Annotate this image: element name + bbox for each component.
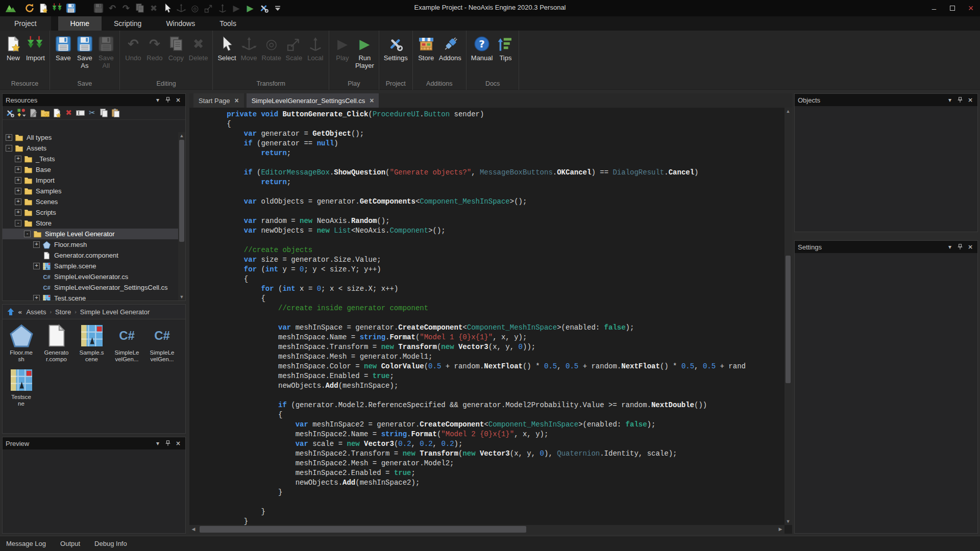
quick-new-resource-icon[interactable] — [37, 2, 50, 14]
expand-icon[interactable]: + — [15, 166, 21, 173]
tree-item[interactable]: +C#SimpleLevelGenerator.cs — [3, 271, 185, 282]
tree-item[interactable]: +Generator.component — [3, 250, 185, 261]
tree-item[interactable]: -Simple Level Generator — [3, 229, 185, 239]
statusbar-item-debug-info[interactable]: Debug Info — [94, 540, 127, 547]
ribbon-button-play[interactable]: ▶Play — [332, 35, 353, 63]
editor-tab[interactable]: Start Page× — [193, 93, 244, 108]
up-arrow-icon[interactable] — [7, 308, 15, 316]
tree-item[interactable]: +Sample.scene — [3, 261, 185, 271]
collapse-icon[interactable]: - — [6, 145, 12, 152]
tab-close-icon[interactable]: × — [370, 96, 374, 105]
expand-icon[interactable]: + — [15, 209, 21, 216]
new-resource-icon[interactable] — [52, 108, 62, 118]
ribbon-button-new[interactable]: New — [3, 35, 23, 63]
expand-icon[interactable]: + — [33, 263, 40, 269]
chevron-down-icon[interactable]: ▾ — [946, 96, 954, 104]
tree-item[interactable]: +Base — [3, 164, 185, 175]
quick-run-player-icon[interactable]: ▶ — [244, 2, 256, 14]
close-icon[interactable]: × — [174, 439, 182, 447]
tree-item[interactable]: +All types — [3, 132, 185, 143]
quick-local-icon[interactable] — [216, 2, 229, 14]
ribbon-button-rotate[interactable]: ◎Rotate — [260, 35, 283, 63]
ribbon-button-save-as[interactable]: Save As — [75, 35, 95, 70]
quick-redo-icon[interactable]: ↷ — [120, 2, 132, 14]
resource-thumbnail[interactable]: C#SimpleLe velGen... — [144, 323, 180, 363]
expand-icon[interactable]: + — [15, 188, 21, 194]
tree-item[interactable]: +Test.scene — [3, 293, 185, 300]
ribbon-button-delete[interactable]: ✖Delete — [187, 35, 210, 63]
pin-icon[interactable] — [164, 439, 172, 447]
scroll-down-icon[interactable]: ▼ — [178, 293, 185, 300]
tab-close-icon[interactable]: × — [234, 96, 238, 105]
close-button[interactable]: × — [962, 0, 980, 16]
cut-icon[interactable]: ✂ — [87, 108, 97, 118]
resource-thumbnail[interactable]: Sample.s cene — [74, 323, 109, 363]
new-folder-icon[interactable] — [40, 108, 50, 118]
delete-red-icon[interactable]: ✖ — [64, 108, 74, 118]
editor-tab[interactable]: SimpleLevelGenerator_SettingsCell.cs× — [247, 93, 379, 108]
code-horizontal-scrollbar[interactable]: ◀ ▶ — [189, 525, 785, 534]
tree-item[interactable]: +C#SimpleLevelGenerator_SettingsCell.cs — [3, 282, 185, 293]
ribbon-button-scale[interactable]: Scale — [284, 35, 304, 63]
quick-rotate-icon[interactable]: ◎ — [189, 2, 201, 14]
ribbon-button-store[interactable]: Store — [416, 35, 436, 63]
tree-scrollbar[interactable]: ▲▼ — [178, 132, 185, 300]
quick-scale-icon[interactable] — [203, 2, 215, 14]
menu-tab-home[interactable]: Home — [58, 16, 102, 31]
close-icon[interactable]: × — [966, 96, 974, 104]
menu-tab-project[interactable]: Project — [0, 16, 51, 31]
quick-refresh-icon[interactable] — [23, 2, 36, 14]
scrollbar-thumb[interactable] — [786, 256, 791, 383]
tree-item[interactable]: +_Tests — [3, 154, 185, 164]
expand-icon[interactable]: + — [15, 177, 21, 184]
menu-tab-tools[interactable]: Tools — [207, 16, 249, 31]
expand-icon[interactable]: + — [33, 241, 40, 248]
scrollbar-thumb[interactable] — [179, 140, 184, 242]
tree-item[interactable]: +Scenes — [3, 196, 185, 207]
ribbon-button-copy[interactable]: Copy — [166, 35, 186, 63]
breadcrumb-item[interactable]: Store — [55, 308, 71, 316]
quick-copy-icon[interactable] — [134, 2, 146, 14]
expand-icon[interactable]: + — [33, 295, 40, 300]
filter-types-icon[interactable] — [17, 108, 27, 118]
minimize-button[interactable]: – — [925, 0, 943, 16]
copy-pages-icon[interactable] — [99, 108, 109, 118]
quick-save-icon[interactable] — [65, 2, 77, 14]
ribbon-button-tips[interactable]: Tips — [495, 35, 516, 63]
chevron-down-icon[interactable]: ▾ — [154, 439, 162, 447]
ribbon-button-redo[interactable]: ↷Redo — [144, 35, 165, 63]
paste-icon[interactable] — [111, 108, 120, 118]
menu-tab-scripting[interactable]: Scripting — [102, 16, 154, 31]
resource-thumbnail[interactable]: Floor.me sh — [4, 323, 39, 363]
expand-icon[interactable]: + — [6, 134, 12, 141]
pin-icon[interactable] — [956, 243, 964, 251]
ribbon-button-move[interactable]: Move — [239, 35, 259, 63]
tree-item[interactable]: +Floor.mesh — [3, 239, 185, 250]
edit-resource-icon[interactable] — [29, 108, 38, 118]
ribbon-button-import[interactable]: Import — [24, 35, 46, 63]
quick-customize-chevron-icon[interactable] — [272, 2, 284, 14]
quick-save-all-icon[interactable] — [92, 2, 105, 14]
statusbar-item-message-log[interactable]: Message Log — [6, 540, 46, 547]
resource-thumbnail[interactable]: C#SimpleLe velGen... — [109, 323, 144, 363]
ribbon-button-addons[interactable]: Addons — [437, 35, 463, 63]
tree-item[interactable]: +Scripts — [3, 207, 185, 218]
ribbon-button-save-all[interactable]: Save All — [96, 35, 116, 70]
collapse-icon[interactable]: - — [24, 231, 31, 237]
quick-undo-icon[interactable]: ↶ — [106, 2, 118, 14]
expand-icon[interactable]: + — [15, 198, 21, 205]
breadcrumb-item[interactable]: Simple Level Generator — [80, 308, 150, 316]
collapse-icon[interactable]: - — [15, 220, 21, 227]
quick-delete-icon[interactable]: ✖ — [148, 2, 160, 14]
pin-icon[interactable] — [956, 96, 964, 104]
close-icon[interactable]: × — [174, 96, 182, 104]
pin-icon[interactable] — [164, 96, 172, 104]
quick-save-as-icon[interactable] — [79, 2, 91, 14]
ribbon-button-undo[interactable]: ↶Undo — [123, 35, 143, 63]
breadcrumb-item[interactable]: Assets — [26, 308, 46, 316]
scroll-up-icon[interactable]: ▲ — [785, 108, 792, 115]
quick-play-icon[interactable]: ▶ — [230, 2, 242, 14]
close-icon[interactable]: × — [966, 243, 974, 251]
ribbon-button-settings[interactable]: Settings — [382, 35, 409, 63]
tree-item[interactable]: -Store — [3, 218, 185, 229]
